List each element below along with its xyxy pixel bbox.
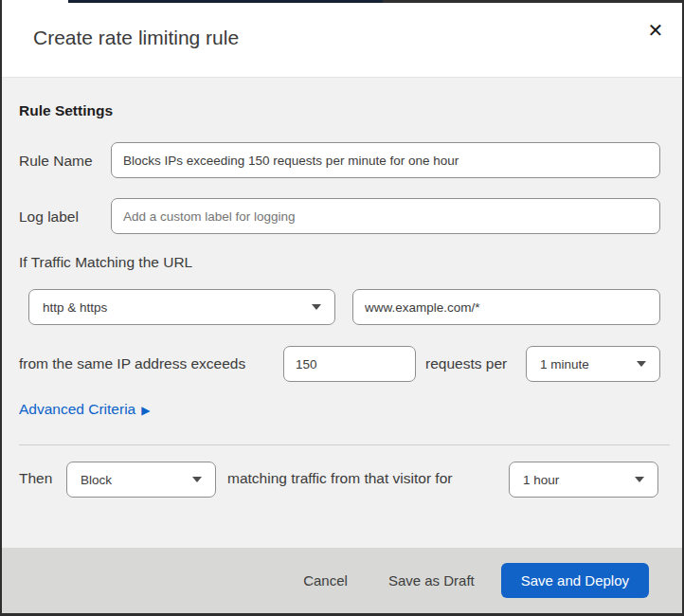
modal-body: Rule Settings Rule Name Log label If Tra… [2,78,682,548]
background-strip-gray [383,0,682,3]
rule-settings-heading: Rule Settings [19,102,113,119]
threshold-suffix-text: requests per [425,355,507,372]
url-pattern-input[interactable] [352,289,660,325]
cancel-button[interactable]: Cancel [303,572,348,589]
modal-footer: Cancel Save as Draft Save and Deploy [2,548,682,613]
caret-right-icon: ▶ [141,405,150,416]
rule-name-input[interactable] [111,142,660,178]
period-dropdown-value: 1 minute [540,357,589,371]
scheme-dropdown-value: http & https [43,300,107,315]
chevron-down-icon [635,477,644,482]
duration-dropdown-value: 1 hour [523,473,559,487]
scheme-dropdown[interactable]: http & https [28,289,335,325]
close-icon: ✕ [648,20,664,41]
duration-dropdown[interactable]: 1 hour [509,462,658,498]
period-dropdown[interactable]: 1 minute [526,346,660,382]
modal-header: Create rate limiting rule ✕ [2,4,682,78]
log-label-input[interactable] [111,198,660,234]
modal-title: Create rate limiting rule [33,27,239,49]
log-label-label: Log label [19,208,79,226]
advanced-criteria-link[interactable]: Advanced Criteria ▶ [19,401,150,418]
action-dropdown-value: Block [81,473,112,487]
rule-name-label: Rule Name [19,153,93,170]
close-button[interactable]: ✕ [641,16,670,45]
chevron-down-icon [192,477,202,482]
section-divider [19,444,670,445]
create-rate-limiting-rule-modal: Create rate limiting rule ✕ Rule Setting… [0,0,684,616]
then-label: Then [19,470,52,487]
save-as-draft-button[interactable]: Save as Draft [388,572,475,589]
save-and-deploy-button[interactable]: Save and Deploy [501,563,649,598]
background-strip-navy [68,0,383,3]
chevron-down-icon [637,361,646,367]
threshold-input[interactable] [283,346,416,382]
threshold-prefix-text: from the same IP address exceeds [19,355,245,372]
action-dropdown[interactable]: Block [66,462,216,498]
action-middle-text: matching traffic from that visitor for [227,470,452,487]
chevron-down-icon [312,304,321,310]
traffic-match-intro: If Traffic Matching the URL [19,254,192,271]
advanced-criteria-label: Advanced Criteria [19,401,135,418]
